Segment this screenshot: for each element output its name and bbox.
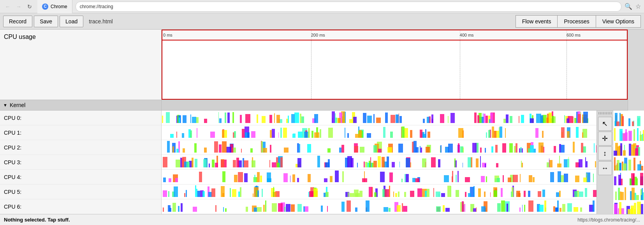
address-text: chrome://tracing	[80, 4, 113, 9]
load-button[interactable]: Load	[60, 16, 83, 27]
record-button[interactable]: Record	[3, 16, 32, 27]
cursor-tool-button[interactable]: ↖	[598, 117, 612, 131]
browser-chrome: ← → ↻ C Chrome chrome://tracing 🔍 ☆	[0, 0, 644, 13]
zoom-h-tool-button[interactable]: ↔	[598, 161, 612, 175]
save-button[interactable]: Save	[34, 16, 58, 27]
cpu-usage-label: CPU usage	[4, 33, 36, 40]
cpu-1-track[interactable]	[162, 125, 596, 140]
tab-favicon: C	[42, 4, 48, 10]
tab-title: Chrome	[51, 4, 67, 9]
reload-button[interactable]: ↻	[25, 2, 34, 11]
cpu-5-label: CPU 5:	[0, 185, 161, 199]
cpu-6-track[interactable]	[162, 199, 596, 214]
search-icon[interactable]: 🔍	[625, 3, 632, 10]
trace-tracks[interactable]	[162, 111, 596, 214]
cpu-3-track[interactable]	[162, 155, 596, 170]
cpu-6-label: CPU 6:	[0, 199, 161, 214]
timeline-ruler: 0 ms 200 ms 400 ms 600 ms	[162, 30, 628, 40]
cpu-3-label: CPU 3:	[0, 155, 161, 170]
ruler-mark-200ms: 200 ms	[311, 33, 325, 37]
toolbar-right-buttons: Flow events Processes View Options	[516, 15, 641, 28]
cpu-labels: CPU 0: CPU 1: CPU 2: CPU 3: CPU 4: CPU 5…	[0, 111, 162, 214]
nav-buttons: ← → ↻	[3, 2, 34, 11]
flow-events-button[interactable]: Flow events	[516, 16, 558, 27]
status-text: Nothing selected. Tap stuff.	[4, 217, 70, 223]
cpu-2-label: CPU 2:	[0, 140, 161, 155]
app-toolbar: Record Save Load trace.html Flow events …	[0, 13, 644, 30]
ruler-mark-400ms: 400 ms	[460, 33, 474, 37]
cpu-2-track[interactable]	[162, 140, 596, 155]
cpu-4-label: CPU 4:	[0, 170, 161, 185]
kernel-label: Kernel	[10, 102, 25, 108]
tool-panel: ↖ ✛ ↕ ↔	[596, 111, 613, 214]
status-bar: Nothing selected. Tap stuff. https://blo…	[0, 214, 644, 225]
star-icon[interactable]: ☆	[635, 3, 641, 10]
cpu-0-label: CPU 0:	[0, 111, 161, 125]
address-bar[interactable]: chrome://tracing	[76, 2, 621, 12]
drag-handle	[598, 112, 612, 114]
ruler-mark-0ms: 0 ms	[163, 33, 172, 37]
cpu-usage-chart	[162, 40, 628, 100]
forward-button[interactable]: →	[14, 2, 23, 11]
kernel-arrow-icon: ▼	[3, 103, 7, 107]
view-options-button[interactable]: View Options	[596, 16, 640, 27]
cpu-4-track[interactable]	[162, 170, 596, 185]
trace-overflow	[613, 111, 644, 214]
browser-tab[interactable]: C Chrome	[37, 0, 72, 13]
pan-tool-button[interactable]: ✛	[598, 132, 612, 146]
back-button[interactable]: ←	[3, 2, 12, 11]
ruler-mark-600ms: 600 ms	[567, 33, 581, 37]
processes-button[interactable]: Processes	[558, 16, 596, 27]
zoom-v-tool-button[interactable]: ↕	[598, 146, 612, 160]
cpu-1-label: CPU 1:	[0, 125, 161, 140]
cpu-5-track[interactable]	[162, 185, 596, 199]
filename-label: trace.html	[89, 18, 113, 25]
cpu-0-track[interactable]	[162, 111, 596, 125]
status-url: https://blogs.chrome/tracing/...	[577, 217, 640, 223]
